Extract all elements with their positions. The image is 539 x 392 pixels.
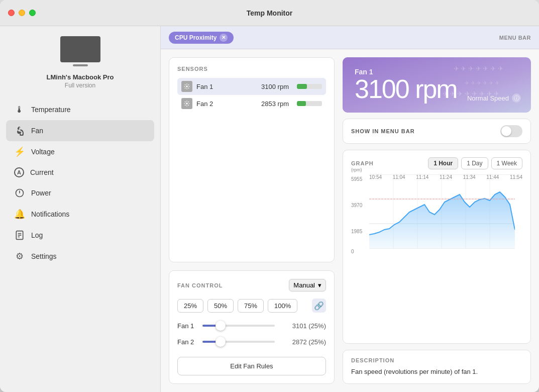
fan1-slider-track [202,325,275,327]
sidebar-item-label: Log [31,231,43,239]
sidebar-item-fan[interactable]: Fan [6,120,154,141]
pct-25-button[interactable]: 25% [177,299,203,313]
device-name: LMinh's Macbook Pro [47,73,114,81]
menu-bar-toggle-label: SHOW IN MENU BAR [351,128,500,134]
menu-bar-toggle-row: SHOW IN MENU BAR [343,119,531,144]
sidebar-item-notifications[interactable]: 🔔 Notifications [6,204,154,225]
sensor-row-fan1[interactable]: Fan 1 3100 rpm [177,78,326,95]
svg-point-5 [186,85,188,87]
description-title: DESCRIPTION [351,357,522,363]
toggle-knob [501,126,511,136]
sidebar-item-label: Power [31,189,51,197]
device-version: Full version [65,82,95,89]
svg-point-6 [186,103,188,105]
graph-header: GRAPH 1 Hour 1 Day 1 Week [351,157,522,169]
cpu-proximity-tag[interactable]: CPU Proximity ✕ [169,32,234,44]
fan-header-card: ✈ ✈ ✈ ✈ ✈ ✈ ✈ ✈ ✈ ✈ ✈ ✈ ✈ ✈ ✈ ✈ ✈ ✈ ✈ ✈ … [343,57,531,113]
description-text: Fan speed (revolutions per minute) of fa… [351,367,522,376]
nav-items: 🌡 Temperature Fan ⚡ Voltage A Current [0,99,160,267]
fan1-value: 3101 (25%) [281,322,326,330]
graph-svg [369,174,515,249]
sidebar-item-label: Notifications [31,210,69,218]
cpu-tag-close[interactable]: ✕ [220,34,228,42]
fan1-slider[interactable] [202,321,275,331]
fan2-slider-thumb[interactable] [215,337,226,347]
fan-control-header: FAN CONTROL Manual ▾ [177,279,326,291]
sensor-bar-fan2 [297,101,322,106]
cpu-proximity-label: CPU Proximity [175,34,217,41]
left-column: SENSORS Fan 1 3100 rpm [169,57,335,384]
pct-75-button[interactable]: 75% [238,299,264,313]
graph-y-1985: 1985 [351,229,362,234]
graph-1week-button[interactable]: 1 Week [491,157,522,169]
graph-y-0: 0 [351,249,354,254]
minimize-button[interactable] [19,10,25,16]
temperature-icon: 🌡 [14,104,25,115]
sensors-title: SENSORS [177,66,326,72]
chevron-down-icon: ▾ [318,281,321,289]
fan2-slider[interactable] [202,337,275,347]
sidebar: LMinh's Macbook Pro Full version 🌡 Tempe… [0,26,161,392]
right-panel: CPU Proximity ✕ MENU BAR SENSORS [161,26,539,392]
sidebar-item-label: Settings [31,252,57,260]
sidebar-item-power[interactable]: Power [6,182,154,204]
graph-area: (rpm) 5955 3970 1985 0 [351,174,522,255]
menu-bar-toggle-switch[interactable] [500,125,522,137]
sensor-row-fan2[interactable]: Fan 2 2853 rpm [177,95,326,112]
fan1-label: Fan 1 [177,322,196,330]
power-icon [14,187,25,199]
sensor-name-fan2: Fan 2 [196,100,257,108]
sensor-value-fan2: 2853 rpm [261,100,289,108]
fan-control-box: FAN CONTROL Manual ▾ 25% 50% 75% 100% 🔗 [169,270,335,384]
sensor-name-fan1: Fan 1 [196,83,257,90]
fan-control-title: FAN CONTROL [177,282,289,288]
percent-buttons: 25% 50% 75% 100% 🔗 [177,299,326,313]
main-content: LMinh's Macbook Pro Full version 🌡 Tempe… [0,26,539,392]
content-area: SENSORS Fan 1 3100 rpm [161,49,539,392]
fan1-slider-thumb[interactable] [215,321,226,331]
fan2-slider-row: Fan 2 2872 (25%) [177,337,326,347]
sidebar-item-voltage[interactable]: ⚡ Voltage [6,141,154,162]
fan2-icon [181,98,192,109]
fan2-label: Fan 2 [177,338,196,346]
graph-buttons: 1 Hour 1 Day 1 Week [428,157,522,169]
graph-y-3970: 3970 [351,203,362,208]
sidebar-item-label: Voltage [31,148,55,156]
maximize-button[interactable] [29,10,36,16]
top-bar: CPU Proximity ✕ MENU BAR [161,26,539,49]
sidebar-item-current[interactable]: A Current [6,162,154,182]
fan-icon [14,125,25,136]
close-button[interactable] [8,10,15,16]
graph-y-5955: 5955 [351,176,362,182]
sidebar-item-label: Temperature [31,106,71,114]
window-title: Temp Monitor [247,9,293,17]
fan1-icon [181,81,192,92]
fan-mode-value: Manual [293,281,315,289]
sidebar-item-temperature[interactable]: 🌡 Temperature [6,99,154,120]
fan2-slider-track [202,341,275,343]
pct-50-button[interactable]: 50% [207,299,234,313]
sensor-bar-fill-fan1 [297,84,307,89]
graph-box: GRAPH 1 Hour 1 Day 1 Week (rpm) 5955 397… [343,150,531,344]
log-icon [14,230,25,241]
sensor-bar-fill-fan2 [297,101,306,106]
sidebar-item-label: Fan [31,127,43,135]
traffic-lights [8,10,36,16]
right-column: ✈ ✈ ✈ ✈ ✈ ✈ ✈ ✈ ✈ ✈ ✈ ✈ ✈ ✈ ✈ ✈ ✈ ✈ ✈ ✈ … [343,57,531,384]
graph-title: GRAPH [351,160,428,166]
link-icon[interactable]: 🔗 [312,299,326,313]
titlebar: Temp Monitor [0,0,539,26]
sidebar-item-label: Current [30,168,54,176]
graph-1day-button[interactable]: 1 Day [461,157,488,169]
pct-100-button[interactable]: 100% [268,299,297,313]
menu-bar-label: MENU BAR [499,35,531,41]
edit-fan-rules-button[interactable]: Edit Fan Rules [177,357,326,375]
graph-1hour-button[interactable]: 1 Hour [428,157,458,169]
voltage-icon: ⚡ [14,146,25,157]
sidebar-item-settings[interactable]: ⚙ Settings [6,246,154,267]
fan2-value: 2872 (25%) [281,338,326,346]
current-icon: A [14,167,24,177]
fan-mode-select[interactable]: Manual ▾ [289,279,326,291]
sidebar-item-log[interactable]: Log [6,225,154,246]
device-icon [60,36,100,62]
